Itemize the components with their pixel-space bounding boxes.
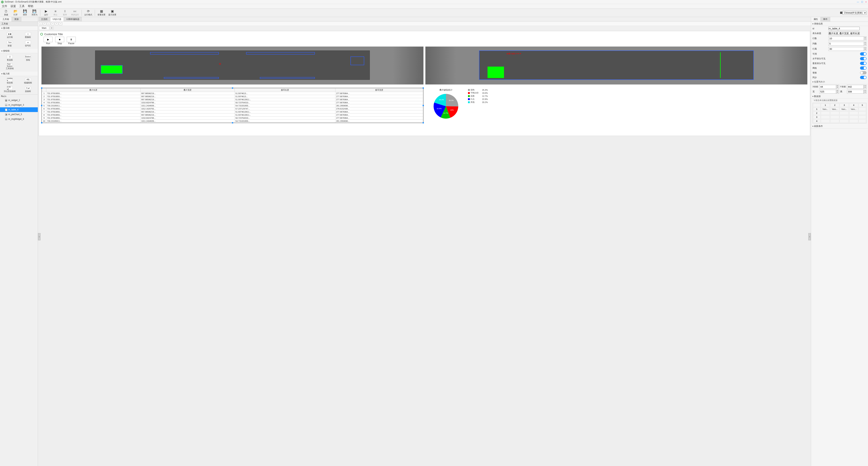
spin-down-icon[interactable]: ▼ [864, 43, 866, 45]
section-position[interactable]: 位置与大小 [811, 80, 868, 84]
datasource-table[interactable]: 123451Vars...Vars...Vars...Vars...234 [812, 103, 867, 123]
prop-rows-input[interactable] [828, 36, 864, 40]
hierarchy-item-m_imgWidget_3[interactable]: ▭m_imgWidget_3 [0, 103, 38, 107]
toggle-水平表头可见[interactable] [860, 57, 867, 60]
stop-button[interactable]: ■ [55, 37, 64, 42]
table-row[interactable]: 8731.97553055...997.98596219...51.597461… [42, 114, 423, 117]
spin-up-icon[interactable]: ▲ [864, 42, 866, 43]
prop-id-input[interactable] [828, 27, 860, 30]
center-tab-UI设计器[interactable]: UI设计器 [50, 17, 64, 21]
toolbar-新建[interactable]: 🗋新建 [3, 9, 9, 16]
minimize-icon[interactable]: — [857, 1, 859, 3]
center-tab-UI脚本编辑器[interactable]: UI脚本编辑器 [64, 17, 82, 21]
menu-工具[interactable]: 工具 [19, 4, 25, 8]
language-selector[interactable]: 🅰 Chinese|中文(简体) [840, 11, 867, 14]
toolbar-运行[interactable]: ▶运行 [43, 9, 50, 16]
legend-压痕: 压痕12.7% [468, 95, 488, 97]
pause-button[interactable]: ⏸ [67, 37, 76, 42]
toggle-替换[interactable] [860, 71, 867, 75]
align-middle-icon[interactable]: ⫲ [55, 22, 58, 25]
section-table-info[interactable]: 表格信息 [811, 22, 868, 26]
toggle-垂直表头可见[interactable] [860, 62, 867, 65]
align-top-icon[interactable]: ⫟ [51, 22, 54, 25]
pos-w-input[interactable] [819, 90, 836, 93]
hierarchy-item-m_table_4[interactable]: ▦m_table_4 [0, 107, 38, 112]
pos-y-input[interactable] [847, 85, 864, 89]
table-row[interactable]: 1731.97553055...997.98596219...51.597461… [42, 92, 423, 95]
maximize-icon[interactable]: ☐ [861, 1, 863, 3]
page-tab-main[interactable]: Main [39, 26, 49, 30]
table-row[interactable]: 6731.97553055...1012.1620755...57.237129… [42, 107, 423, 110]
table-row[interactable]: 2731.97553055...997.98596219...51.597461… [42, 95, 423, 98]
toggle-可用[interactable] [860, 52, 867, 56]
left-tab-资源[interactable]: 资源 [12, 17, 21, 22]
image-widget-right[interactable]: ■ 叠片缺陷 ▼▼▼ [425, 47, 807, 85]
spin-up-icon[interactable]: ▲ [864, 47, 866, 49]
design-canvas[interactable]: Customize Title ▶Run■Stop⏸Pause ✛ [38, 30, 811, 466]
toolbar-显示设置[interactable]: ▣显示设置 [108, 9, 116, 16]
table-row[interactable]: 5730.23105911...1011.2434939...54.715331… [42, 104, 423, 107]
tool-信号灯[interactable]: ●信号灯 [19, 40, 37, 48]
tool-图像框[interactable]: ▭图像框 [19, 31, 37, 39]
toolbar-保存[interactable]: 💾保存 [22, 9, 28, 16]
tool-group-按钮组[interactable]: 按钮组 [0, 49, 38, 53]
prop-cols-input[interactable] [828, 42, 864, 46]
tool-标签[interactable]: Text标签 [1, 40, 19, 48]
tool-运行框[interactable]: ▶▣运行框 [1, 31, 19, 39]
table-row[interactable]: 7731.97553055...997.98596219...51.597461… [42, 110, 423, 114]
tool-组合框[interactable]: combo ▾组合框 [1, 77, 19, 85]
left-tab-工具箱[interactable]: 工具箱 [0, 17, 12, 22]
collapse-left-icon[interactable]: ‹ [38, 233, 40, 240]
section-datasource[interactable]: 数据源 [811, 94, 868, 99]
hierarchy-root[interactable]: Main [0, 95, 38, 98]
align-right-icon[interactable]: ⫠ [47, 22, 50, 25]
tool-线编辑框[interactable]: AB|线编辑框 [19, 77, 37, 85]
toggle-网格[interactable] [860, 66, 867, 70]
menu-设置[interactable]: 设置 [10, 4, 16, 8]
table-row[interactable]: 4731.97553055...1010.6024788...50.723764… [42, 101, 423, 104]
add-page-button[interactable]: + [50, 27, 54, 29]
toolbar-另存为[interactable]: 💾另存为 [31, 9, 38, 16]
table-row[interactable]: 9731.97553055...1010.6024788...50.723764… [42, 117, 423, 120]
toolbar-icon: ⏭ [73, 9, 77, 13]
close-icon[interactable]: ✕ [865, 1, 867, 3]
tool-工具按钮[interactable]: Tool Button工具按钮 [1, 63, 19, 70]
spin-up-icon[interactable]: ▲ [864, 37, 866, 38]
hierarchy-item-m_pieChart_5[interactable]: ◔m_pieChart_5 [0, 112, 38, 117]
tool-复选框[interactable]: ☑复选框 [1, 54, 19, 62]
toolbar-变量设置[interactable]: ▦变量设置 [97, 9, 105, 16]
right-tab-事件[interactable]: 事件 [820, 17, 830, 22]
table-widget[interactable]: 叠片长度叠片宽度极耳长度极耳宽度1731.97553055...997.9859… [41, 88, 424, 123]
pie-chart-widget[interactable]: 叠片缺陷统计 25.3%19%12.7%22.8%20.2% 划伤25.3%干料… [425, 88, 807, 123]
language-dropdown[interactable]: Chinese|中文(简体) [842, 11, 867, 14]
hierarchy-item-m_imgWidget_6[interactable]: ▭m_imgWidget_6 [0, 117, 38, 121]
toolbar-icon: 💾 [32, 9, 36, 13]
menu-帮助[interactable]: 帮助 [28, 4, 33, 8]
pos-x-input[interactable] [819, 85, 836, 89]
align-left-icon[interactable]: ⫠ [39, 22, 42, 25]
tool-按钮[interactable]: Button按钮 [19, 54, 37, 62]
tool-选值框[interactable]: 0 ▴▾选值框 [19, 86, 37, 93]
right-tab-属性[interactable]: 属性 [811, 17, 820, 22]
align-center-icon[interactable]: ⫲ [43, 22, 46, 25]
run-button[interactable]: ▶ [43, 37, 53, 42]
tool-group-输入框[interactable]: 输入框 [0, 72, 38, 76]
section-refresh[interactable]: 刷新条件 [811, 124, 868, 128]
align-bottom-icon[interactable]: ⫟ [59, 22, 62, 25]
toggle-同步[interactable] [860, 76, 867, 79]
tool-group-显示框[interactable]: 显示框 [0, 26, 38, 30]
toolbar-运行模式[interactable]: ⟳运行模式 [84, 9, 92, 16]
spin-down-icon[interactable]: ▼ [864, 38, 866, 40]
collapse-right-icon[interactable]: › [808, 233, 811, 240]
image-widget-left[interactable]: ✛ [41, 47, 424, 85]
toolbar-打开[interactable]: 📂打开 [12, 9, 19, 16]
table-row[interactable]: 3731.97553055...997.98596219...51.597461… [42, 98, 423, 101]
tool-浮点型选值框[interactable]: 0.00 ▴▾浮点型选值框 [1, 86, 19, 93]
prop-rowh-input[interactable] [828, 47, 864, 51]
menu-文件[interactable]: 文件 [2, 4, 7, 8]
pos-h-input[interactable] [847, 90, 864, 93]
center-tab-主流程[interactable]: 主流程 [39, 17, 50, 21]
hierarchy-item-m_widget_2[interactable]: ⊞m_widget_2 [0, 98, 38, 103]
spin-down-icon[interactable]: ▼ [864, 49, 866, 51]
prop-header-input[interactable] [828, 32, 860, 35]
